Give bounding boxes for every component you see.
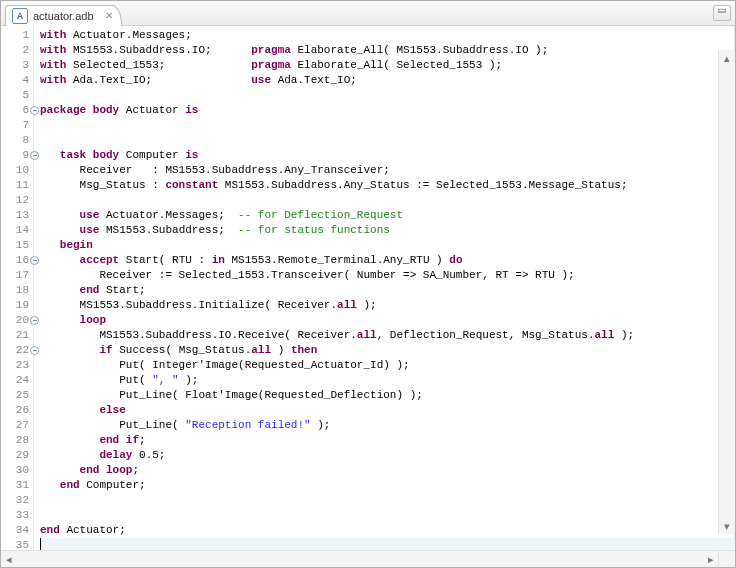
minimize-button[interactable]: [713, 5, 731, 21]
code-line[interactable]: MS1553.Subaddress.IO.Receive( Receiver.a…: [40, 328, 735, 343]
code-line[interactable]: [40, 88, 735, 103]
line-number: 2: [1, 43, 33, 58]
code-line[interactable]: with Selected_1553; pragma Elaborate_All…: [40, 58, 735, 73]
svg-rect-0: [718, 9, 726, 12]
line-number: 7: [1, 118, 33, 133]
line-number: 8: [1, 133, 33, 148]
code-line[interactable]: package body Actuator is: [40, 103, 735, 118]
scroll-down-icon[interactable]: ▾: [719, 518, 735, 534]
code-line[interactable]: end Computer;: [40, 478, 735, 493]
editor-window: A actuator.adb ✕ 12345678910111213141516…: [0, 0, 736, 568]
line-number: 3: [1, 58, 33, 73]
code-line[interactable]: end Start;: [40, 283, 735, 298]
line-number: 35: [1, 538, 33, 550]
line-number: 25: [1, 388, 33, 403]
code-line[interactable]: Put_Line( "Reception failed!" );: [40, 418, 735, 433]
line-number-gutter: 1234567891011121314151617181920212223242…: [1, 26, 34, 550]
line-number: 4: [1, 73, 33, 88]
code-line[interactable]: delay 0.5;: [40, 448, 735, 463]
code-line[interactable]: with MS1553.Subaddress.IO; pragma Elabor…: [40, 43, 735, 58]
scroll-up-icon[interactable]: ▴: [719, 50, 735, 66]
code-line[interactable]: use Actuator.Messages; -- for Deflection…: [40, 208, 735, 223]
code-line[interactable]: Receiver := Selected_1553.Transceiver( N…: [40, 268, 735, 283]
line-number: 21: [1, 328, 33, 343]
line-number: 34: [1, 523, 33, 538]
code-area[interactable]: with Actuator.Messages;with MS1553.Subad…: [34, 26, 735, 550]
line-number: 22: [1, 343, 33, 358]
line-number: 14: [1, 223, 33, 238]
code-line[interactable]: Receiver : MS1553.Subaddress.Any_Transce…: [40, 163, 735, 178]
code-line[interactable]: [40, 193, 735, 208]
line-number: 32: [1, 493, 33, 508]
scroll-corner: [718, 551, 735, 567]
file-tab-label: actuator.adb: [33, 10, 94, 22]
line-number: 28: [1, 433, 33, 448]
line-number: 29: [1, 448, 33, 463]
ada-file-icon: A: [12, 8, 28, 24]
line-number: 27: [1, 418, 33, 433]
code-line[interactable]: with Ada.Text_IO; use Ada.Text_IO;: [40, 73, 735, 88]
code-line[interactable]: accept Start( RTU : in MS1553.Remote_Ter…: [40, 253, 735, 268]
line-number: 19: [1, 298, 33, 313]
line-number: 33: [1, 508, 33, 523]
code-line[interactable]: Put( Integer'Image(Requested_Actuator_Id…: [40, 358, 735, 373]
line-number: 6: [1, 103, 33, 118]
code-line[interactable]: end Actuator;: [40, 523, 735, 538]
line-number: 11: [1, 178, 33, 193]
code-line[interactable]: [40, 508, 735, 523]
line-number: 12: [1, 193, 33, 208]
line-number: 30: [1, 463, 33, 478]
code-line[interactable]: Put( ", " );: [40, 373, 735, 388]
editor-body: 1234567891011121314151617181920212223242…: [1, 26, 735, 550]
line-number: 9: [1, 148, 33, 163]
code-line[interactable]: with Actuator.Messages;: [40, 28, 735, 43]
code-line[interactable]: use MS1553.Subaddress; -- for status fun…: [40, 223, 735, 238]
line-number: 10: [1, 163, 33, 178]
close-icon[interactable]: ✕: [105, 11, 113, 21]
scroll-left-icon[interactable]: ◂: [1, 551, 17, 567]
tab-bar: A actuator.adb ✕: [1, 1, 735, 26]
line-number: 5: [1, 88, 33, 103]
horizontal-scrollbar[interactable]: ◂ ▸: [1, 550, 735, 567]
line-number: 18: [1, 283, 33, 298]
line-number: 23: [1, 358, 33, 373]
scroll-right-icon[interactable]: ▸: [703, 551, 719, 567]
line-number: 17: [1, 268, 33, 283]
line-number: 13: [1, 208, 33, 223]
line-number: 16: [1, 253, 33, 268]
line-number: 15: [1, 238, 33, 253]
code-line[interactable]: begin: [40, 238, 735, 253]
code-line[interactable]: loop: [40, 313, 735, 328]
vertical-scrollbar[interactable]: ▴ ▾: [718, 50, 735, 534]
code-line[interactable]: [40, 118, 735, 133]
code-line[interactable]: else: [40, 403, 735, 418]
text-cursor: [40, 538, 41, 550]
code-line[interactable]: Msg_Status : constant MS1553.Subaddress.…: [40, 178, 735, 193]
code-line[interactable]: [40, 133, 735, 148]
line-number: 26: [1, 403, 33, 418]
code-line[interactable]: [40, 493, 735, 508]
code-line[interactable]: if Success( Msg_Status.all ) then: [40, 343, 735, 358]
code-line[interactable]: end loop;: [40, 463, 735, 478]
code-line[interactable]: task body Computer is: [40, 148, 735, 163]
line-number: 20: [1, 313, 33, 328]
code-line[interactable]: Put_Line( Float'Image(Requested_Deflecti…: [40, 388, 735, 403]
file-tab[interactable]: A actuator.adb ✕: [5, 5, 122, 26]
code-line[interactable]: [40, 538, 735, 550]
line-number: 1: [1, 28, 33, 43]
code-line[interactable]: MS1553.Subaddress.Initialize( Receiver.a…: [40, 298, 735, 313]
line-number: 31: [1, 478, 33, 493]
code-line[interactable]: end if;: [40, 433, 735, 448]
line-number: 24: [1, 373, 33, 388]
